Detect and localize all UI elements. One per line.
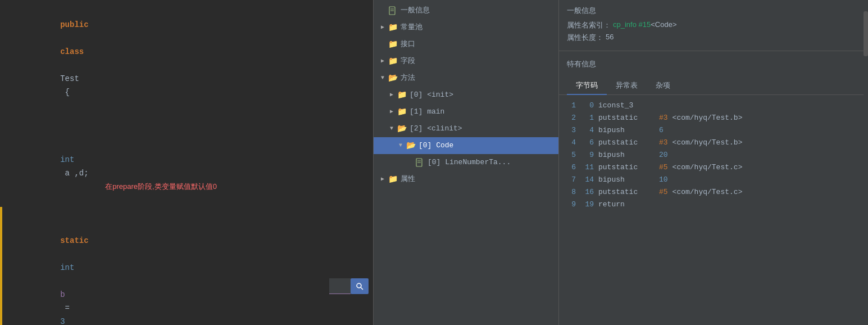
var-b: b [60, 290, 65, 299]
prop-label-name: 属性名索引： [567, 20, 611, 30]
file-svg [389, 6, 397, 15]
folder-icon8: 📂 [405, 141, 416, 150]
tree-item-clinit[interactable]: ▼ 📂 [2] <clinit> [374, 120, 558, 137]
tree-label: 接口 [401, 37, 415, 52]
tab-bytecode[interactable]: 字节码 [567, 77, 607, 95]
prop-label-length: 属性长度： [567, 33, 603, 43]
bc-arg: #5 [659, 186, 668, 198]
tree-content: 一般信息 ▶ 📁 常量池 📁 接口 ▶ 📁 字段 ▼ 📂 方法 ▶ [374, 0, 558, 190]
search-bar-area[interactable] [329, 278, 369, 294]
code-text: static int b = 3 ; [22, 207, 366, 325]
tree-label: [0] LineNumberTa... [428, 155, 511, 170]
folder-icon: 📁 [387, 23, 398, 32]
svg-line-1 [361, 287, 363, 290]
bc-offset: 16 [580, 186, 594, 198]
bc-arg: #3 [659, 112, 668, 124]
bc-offset: 14 [580, 174, 594, 186]
bc-ref: <com/hyq/Test.b> [672, 112, 743, 124]
tree-item-attrs[interactable]: ▶ 📁 属性 [374, 171, 558, 188]
bc-offset: 1 [580, 112, 594, 124]
bc-offset: 11 [580, 161, 594, 174]
bc-instr: bipush [598, 174, 655, 186]
tree-item-linenumber[interactable]: [0] LineNumberTa... [374, 154, 558, 171]
bc-offset: 4 [580, 124, 594, 137]
tab-exception-table[interactable]: 异常表 [607, 77, 647, 95]
bc-instr: return [598, 198, 655, 211]
bc-arg: 20 [659, 149, 668, 161]
bc-row-6: 6 11 putstatic #5 <com/hyq/Test.c> [567, 161, 860, 174]
tree-item-fields[interactable]: ▶ 📁 字段 [374, 53, 558, 70]
tree-item-constants[interactable]: ▶ 📁 常量池 [374, 19, 558, 36]
folder-icon7: 📂 [396, 124, 407, 133]
bc-ref: <com/hyq/Test.c> [672, 161, 743, 174]
tree-label: [1] main [410, 105, 444, 119]
bc-arg: #5 [659, 161, 668, 174]
tree-label: 字段 [401, 54, 415, 69]
file-icon [387, 6, 398, 15]
code-content: public class Test { int a ,d; 在prepare阶段… [0, 0, 373, 325]
bc-row-9: 9 19 return [567, 198, 860, 211]
bc-offset: 6 [580, 137, 594, 149]
bc-offset: 9 [580, 149, 594, 161]
svg-point-0 [357, 283, 361, 288]
keyword-class: class [60, 47, 84, 56]
bc-linenum: 4 [567, 137, 576, 149]
file-svg2 [416, 158, 424, 167]
search-icon [356, 282, 363, 290]
tree-item-methods[interactable]: ▼ 📂 方法 [374, 70, 558, 87]
right-scrollbar[interactable] [864, 0, 868, 325]
scrollbar-thumb[interactable] [864, 11, 868, 56]
bc-instr: putstatic [598, 112, 655, 124]
prop-row-length: 属性长度： 56 [567, 33, 860, 43]
folder-icon3: 📁 [387, 57, 398, 66]
code-line: static int b = 3 ; [0, 207, 373, 325]
tree-item-code[interactable]: ▼ 📂 [0] Code [374, 137, 558, 154]
space: a ,d; [60, 169, 88, 178]
tree-item-interface[interactable]: 📁 接口 [374, 36, 558, 53]
tabs-bar: 字节码 异常表 杂项 [559, 77, 868, 95]
folder-icon5: 📁 [396, 91, 407, 100]
file-icon2 [414, 158, 425, 167]
num-3: 3 [60, 317, 65, 325]
bc-ref: <com/hyq/Test.c> [672, 186, 743, 198]
bc-arg: #3 [659, 137, 668, 149]
general-info-title: 一般信息 [567, 6, 860, 16]
yellow-mark [0, 207, 2, 325]
bytecode-table: 1 0 iconst_3 2 1 putstatic #3 <com/hyq/T… [559, 95, 868, 325]
bc-instr: putstatic [598, 161, 655, 174]
search-input-mini[interactable] [329, 278, 351, 294]
tree-label: 方法 [401, 71, 415, 85]
general-info-section: 一般信息 属性名索引： cp_info #15 <Code> 属性长度： 56 [559, 0, 868, 48]
bc-row-4: 4 6 putstatic #3 <com/hyq/Test.b> [567, 137, 860, 149]
tree-item-general-info[interactable]: 一般信息 [374, 2, 558, 19]
tree-label: [0] Code [419, 138, 453, 153]
prop-angle: <Code> [651, 20, 676, 30]
keyword-int2: int [60, 263, 74, 272]
bc-instr: putstatic [598, 186, 655, 198]
code-line: int a ,d; 在prepare阶段,类变量赋值默认值0 [0, 126, 373, 207]
right-panel-wrapper: 一般信息 属性名索引： cp_info #15 <Code> 属性长度： 56 … [559, 0, 868, 325]
divider-1 [559, 51, 868, 51]
tab-misc[interactable]: 杂项 [647, 77, 679, 95]
code-line: public class Test { [0, 4, 373, 112]
tree-label: [2] <clinit> [410, 121, 462, 136]
tree-arrow: ▼ [378, 71, 387, 85]
tree-arrow: ▶ [378, 20, 387, 35]
code-text [22, 112, 366, 126]
bc-instr: bipush [598, 149, 655, 161]
code-line [0, 112, 373, 126]
class-name: Test [60, 74, 79, 83]
prop-value-link: cp_info #15 [613, 20, 651, 30]
special-info-section: 特有信息 [559, 53, 868, 77]
prop-value-length: 56 [606, 33, 613, 43]
search-button[interactable] [351, 278, 369, 294]
bc-linenum: 2 [567, 112, 576, 124]
keyword-public: public [60, 20, 88, 29]
bc-linenum: 3 [567, 124, 576, 137]
bc-linenum: 1 [567, 100, 576, 112]
bc-row-2: 2 1 putstatic #3 <com/hyq/Test.b> [567, 112, 860, 124]
tree-item-main[interactable]: ▶ 📁 [1] main [374, 103, 558, 120]
bc-instr: bipush [598, 124, 655, 137]
right-panel: 一般信息 属性名索引： cp_info #15 <Code> 属性长度： 56 … [559, 0, 868, 325]
tree-item-init[interactable]: ▶ 📁 [0] <init> [374, 87, 558, 103]
